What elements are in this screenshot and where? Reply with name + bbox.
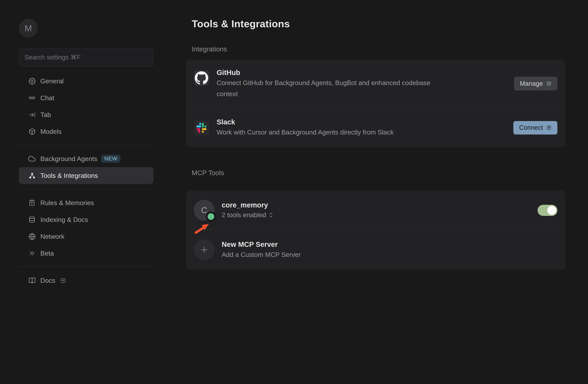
sidebar-item-tools-integrations[interactable]: Tools & Integrations: [19, 167, 153, 184]
chevrons-right-icon: [28, 249, 36, 257]
github-description-line2: context: [217, 88, 430, 99]
sidebar-item-models[interactable]: Models: [19, 123, 153, 140]
sidebar-divider: [19, 145, 153, 145]
sidebar-item-label: Background Agents: [40, 155, 97, 162]
connect-button[interactable]: Connect: [513, 121, 557, 134]
core-memory-toggle[interactable]: [538, 205, 557, 216]
book-icon: [28, 277, 36, 284]
slack-title: Slack: [217, 117, 394, 127]
core-memory-row[interactable]: C core_memory 2 tools enabled: [186, 191, 565, 230]
sidebar-item-label: Docs: [40, 277, 55, 284]
cube-icon: [28, 128, 36, 135]
github-row: GitHub Connect GitHub for Background Age…: [186, 60, 565, 108]
core-memory-avatar: C: [194, 200, 215, 221]
connect-button-label: Connect: [519, 124, 543, 131]
slack-row: Slack Work with Cursor and Background Ag…: [186, 108, 565, 147]
slack-logo-icon: [194, 120, 209, 135]
sidebar-item-general[interactable]: General: [19, 73, 153, 89]
external-link-icon: [546, 125, 552, 130]
gear-icon: [28, 77, 36, 85]
sidebar-item-docs[interactable]: Docs: [19, 272, 153, 289]
new-mcp-subtitle: Add a Custom MCP Server: [222, 249, 301, 260]
sidebar-item-background-agents[interactable]: Background Agents NEW: [19, 150, 153, 167]
infinity-icon: [28, 94, 36, 101]
plus-icon: [194, 239, 215, 260]
cursor-settings-window: M General Chat Tab: [0, 0, 588, 384]
sidebar: M General Chat Tab: [0, 0, 168, 384]
network-nodes-icon: [28, 172, 36, 179]
avatar-letter: M: [24, 23, 32, 33]
main-content: Tools & Integrations Integrations GitHub…: [186, 0, 565, 270]
core-memory-title: core_memory: [222, 201, 273, 210]
manage-button[interactable]: Manage: [514, 77, 557, 90]
sidebar-item-label: Chat: [40, 94, 54, 102]
new-badge: NEW: [101, 155, 120, 163]
github-logo-icon: [194, 70, 209, 86]
database-icon: [28, 216, 36, 223]
sidebar-item-rules-memories[interactable]: Rules & Memories: [19, 194, 153, 211]
sidebar-divider: [19, 267, 153, 267]
sidebar-item-label: Indexing & Docs: [40, 216, 88, 223]
sidebar-item-network[interactable]: Network: [19, 228, 153, 245]
toggle-knob: [547, 206, 556, 215]
tools-enabled-label: 2 tools enabled: [222, 210, 266, 220]
sidebar-nav: General Chat Tab Models: [19, 73, 153, 289]
sidebar-divider: [19, 189, 153, 189]
external-link-icon: [60, 277, 66, 284]
sidebar-item-label: Models: [40, 128, 62, 135]
sidebar-item-label: General: [40, 77, 64, 85]
page-title: Tools & Integrations: [192, 17, 565, 31]
chevron-up-down-icon: [269, 212, 273, 218]
new-mcp-title: New MCP Server: [222, 240, 301, 249]
sidebar-item-label: Beta: [40, 249, 54, 257]
github-title: GitHub: [217, 68, 430, 77]
tab-arrow-icon: [28, 111, 36, 118]
status-dot: [206, 211, 216, 222]
manage-button-label: Manage: [520, 80, 543, 87]
avatar[interactable]: M: [19, 19, 38, 38]
globe-icon: [28, 233, 36, 240]
sidebar-item-tab[interactable]: Tab: [19, 106, 153, 123]
new-mcp-server-row[interactable]: New MCP Server Add a Custom MCP Server: [186, 230, 565, 270]
clipboard-icon: [28, 199, 36, 206]
mcp-card: C core_memory 2 tools enabled: [186, 191, 565, 270]
sidebar-item-chat[interactable]: Chat: [19, 89, 153, 106]
sidebar-item-indexing-docs[interactable]: Indexing & Docs: [19, 211, 153, 228]
github-description: Connect GitHub for Background Agents, Bu…: [217, 77, 430, 99]
core-memory-avatar-letter: C: [201, 205, 207, 215]
integrations-card: GitHub Connect GitHub for Background Age…: [186, 60, 565, 147]
sidebar-item-beta[interactable]: Beta: [19, 245, 153, 262]
tools-enabled-selector[interactable]: 2 tools enabled: [222, 210, 273, 220]
mcp-section-label: MCP Tools: [192, 168, 565, 178]
slack-description: Work with Cursor and Background Agents d…: [217, 127, 394, 138]
sidebar-item-label: Tab: [40, 111, 51, 119]
cloud-icon: [28, 155, 36, 162]
external-link-icon: [546, 81, 552, 86]
github-description-line1: Connect GitHub for Background Agents, Bu…: [217, 77, 430, 88]
sidebar-item-label: Tools & Integrations: [40, 172, 98, 179]
sidebar-item-label: Network: [40, 233, 64, 240]
search-input[interactable]: [19, 48, 153, 67]
integrations-section-label: Integrations: [192, 44, 565, 54]
sidebar-item-label: Rules & Memories: [40, 199, 94, 207]
